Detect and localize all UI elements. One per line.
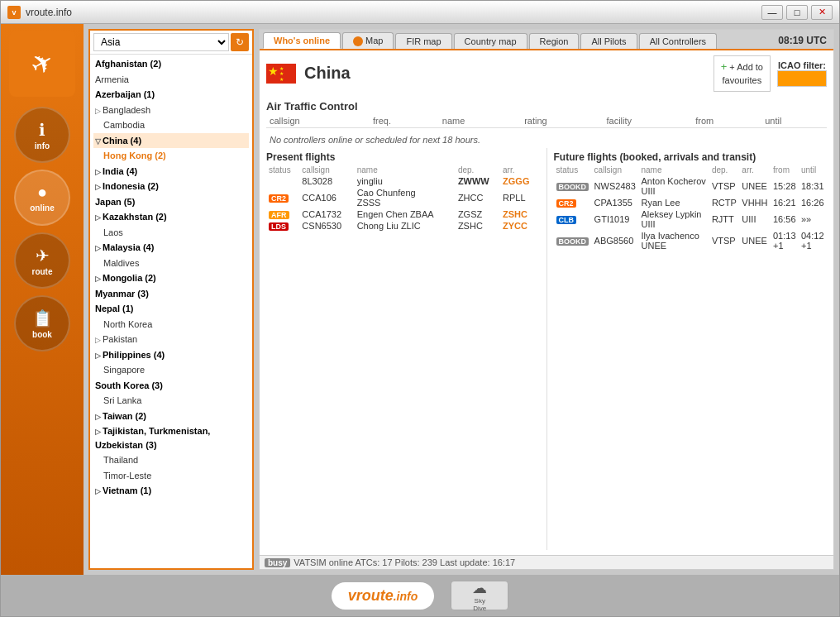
ff-until: »» [799,208,827,230]
pf-status: LDS [266,220,299,232]
tab-all-pilots[interactable]: All Pilots [580,33,637,49]
pf-col-callsign: callsign [299,165,354,175]
book-icon: 📋 [32,308,53,328]
pf-dep: ZSHC [456,220,500,232]
atc-col-rating: rating [521,116,603,128]
info-label: info [35,141,50,151]
sky-dive-button[interactable]: ☁ SkyDive [451,581,508,610]
present-flights-panel: Present flights status callsign name dep… [266,148,540,550]
ff-status: BOOKD [554,230,592,251]
list-item[interactable]: Thailand [93,452,249,468]
tab-country-map[interactable]: Country map [454,33,527,49]
pf-dep: ZGSZ [456,208,500,220]
list-item[interactable]: Afghanistan (2) [93,56,249,72]
online-icon: ● [37,183,47,202]
tab-fir-map[interactable]: FIR map [395,33,451,49]
ff-until: 18:31 [799,175,827,197]
ff-dep: VTSP [709,175,739,197]
ff-status: CLB [554,208,592,230]
list-item[interactable]: ▽China (4) [93,133,249,149]
pf-callsign: CSN6530 [299,220,354,232]
minimize-button[interactable]: — [761,5,783,20]
region-header: Asia Europe North America ↻ [90,31,252,55]
list-item[interactable]: ▷Pakistan [93,332,249,347]
tab-all-controllers[interactable]: All Controllers [639,33,717,49]
sidebar: ✈ ℹ info ● online ✈ route 📋 book [1,24,84,575]
list-item[interactable]: Myanmar (3) [93,286,249,302]
table-row[interactable]: CLB GTI1019 Aleksey LypkinUIII RJTT UIII… [554,208,828,230]
country-header: ★ ★★★★ China + + Add to favourites [266,55,827,92]
list-item[interactable]: ▷Philippines (4) [93,347,249,363]
pf-name: yingliu [355,175,456,187]
ff-name: Anton KocherovUIII [639,175,709,197]
region-refresh-button[interactable]: ↻ [231,33,249,51]
list-item[interactable]: South Korea (3) [93,378,249,394]
ff-col-from: from [771,165,799,175]
list-item[interactable]: Nepal (1) [93,301,249,317]
table-row[interactable]: LDS CSN6530 Chong Liu ZLIC ZSHC ZYCC [266,220,540,232]
tab-region[interactable]: Region [529,33,580,49]
tab-whos-online[interactable]: Who's online [263,32,341,49]
atc-col-until: until [761,116,827,128]
list-item[interactable]: Timor-Leste [93,468,249,484]
table-row[interactable]: BOOKD NWS2483 Anton KocherovUIII VTSP UN… [554,175,828,197]
ff-from: 01:13+1 [771,230,799,251]
list-item[interactable]: North Korea [93,317,249,332]
pf-name: Engen Chen ZBAA [355,208,456,220]
list-item[interactable]: Japan (5) [93,194,249,210]
table-row[interactable]: 8L3028 yingliu ZWWW ZGGG [266,175,540,187]
ff-dep: RJTT [709,208,739,230]
list-item[interactable]: ▷Indonesia (2) [93,179,249,194]
list-item[interactable]: Sri Lanka [93,393,249,409]
list-item[interactable]: ▷Kazakhstan (2) [93,209,249,225]
atc-col-callsign: callsign [266,116,370,128]
ff-arr: VHHH [739,197,771,208]
future-flights-title: Future flights (booked, arrivals and tra… [554,148,828,165]
list-item[interactable]: ▷Malaysia (4) [93,240,249,256]
main-window: v vroute.info — □ ✕ ✈ ℹ info ● online ✈ … [0,0,840,617]
main-panel: Who's online Map FIR map Country map Reg… [259,29,834,570]
sidebar-item-online[interactable]: ● online [14,170,70,226]
table-row[interactable]: CR2 CPA1355 Ryan Lee RCTP VHHH 16:21 16:… [554,197,828,208]
close-button[interactable]: ✕ [811,5,833,20]
list-item[interactable]: Singapore [93,362,249,378]
add-favourites-button[interactable]: + + Add to favourites [714,55,771,92]
status-badge: BOOKD [556,237,589,246]
table-row[interactable]: CR2 CCA106 Cao ChunfengZSSS ZHCC RPLL [266,187,540,208]
list-item[interactable]: ▷Bangladesh [93,103,249,118]
list-item[interactable]: Armenia [93,72,249,88]
ff-callsign: NWS2483 [592,175,639,197]
maximize-button[interactable]: □ [786,5,808,20]
route-icon: ✈ [36,246,50,265]
region-panel: Asia Europe North America ↻ Afghanistan … [88,29,254,570]
sidebar-item-route[interactable]: ✈ route [14,232,70,289]
ff-name: Aleksey LypkinUIII [639,208,709,230]
sidebar-item-info[interactable]: ℹ info [14,107,70,163]
tab-map[interactable]: Map [342,32,394,49]
ff-status: BOOKD [554,175,592,197]
list-item[interactable]: ▷Taiwan (2) [93,409,249,424]
list-item[interactable]: Hong Kong (2) [93,148,249,164]
sidebar-item-book[interactable]: 📋 book [14,295,70,352]
flights-divider [546,148,547,550]
status-text: VATSIM online ATCs: 17 Pilots: 239 Last … [294,557,515,567]
table-row[interactable]: AFR CCA1732 Engen Chen ZBAA ZGSZ ZSHC [266,208,540,220]
icao-filter-input[interactable] [777,70,827,87]
pf-col-dep: dep. [456,165,500,175]
list-item[interactable]: ▷Vietnam (1) [93,483,249,499]
plus-icon: + [721,60,728,73]
list-item[interactable]: Cambodia [93,117,249,133]
list-item[interactable]: ▷Mongolia (2) [93,270,249,286]
main-container: ✈ ℹ info ● online ✈ route 📋 book [1,24,839,575]
ff-col-arr: arr. [739,165,771,175]
table-row[interactable]: BOOKD ABG8560 Ilya IvachencoUNEE VTSP UN… [554,230,828,251]
list-item[interactable]: Maldives [93,256,249,271]
region-select[interactable]: Asia Europe North America [93,33,229,51]
list-item[interactable]: Azerbaijan (1) [93,87,249,103]
list-item[interactable]: ▷Tajikistan, Turkmenistan, Uzbekistan (3… [93,423,249,452]
list-item[interactable]: ▷India (4) [93,164,249,179]
list-item[interactable]: Laos [93,225,249,241]
logo-text: vroute [348,587,394,604]
status-badge: AFR [269,211,289,219]
ff-dep: VTSP [709,230,739,251]
